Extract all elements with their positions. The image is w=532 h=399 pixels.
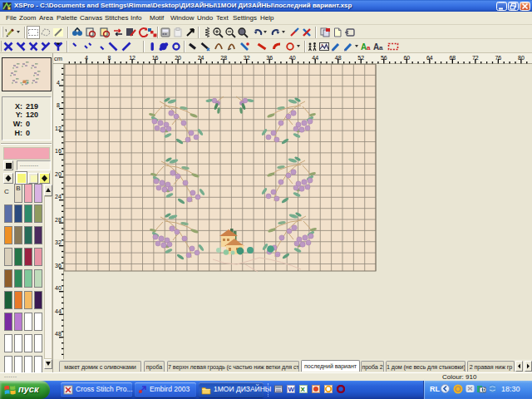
svg-text:12: 12 [129, 55, 135, 61]
svg-text:4: 4 [57, 80, 60, 86]
svg-text:a: a [367, 44, 371, 52]
svg-text:20: 20 [55, 171, 62, 177]
svg-text:X: X [301, 386, 306, 393]
svg-text:8: 8 [108, 55, 111, 61]
svg-text:8: 8 [57, 102, 60, 108]
svg-text:76: 76 [495, 55, 501, 61]
svg-text:44: 44 [312, 55, 318, 61]
svg-text:48: 48 [335, 55, 342, 61]
svg-text:60: 60 [403, 55, 410, 61]
svg-text:48: 48 [55, 331, 62, 337]
svg-text:80: 80 [518, 55, 525, 61]
svg-text:16: 16 [152, 55, 159, 61]
svg-text:b: b [483, 387, 486, 392]
svg-text:28: 28 [55, 217, 62, 223]
svg-text:32: 32 [244, 55, 250, 61]
svg-text:36: 36 [55, 263, 62, 268]
svg-text:20: 20 [175, 55, 181, 61]
svg-text:56: 56 [381, 55, 387, 61]
svg-text:24: 24 [55, 194, 62, 200]
svg-text:32: 32 [55, 239, 62, 245]
svg-text:cm: cm [54, 55, 62, 62]
svg-text:68: 68 [449, 55, 456, 61]
svg-text:44: 44 [55, 308, 62, 314]
svg-text:24: 24 [198, 55, 204, 61]
svg-text:72: 72 [472, 55, 479, 61]
svg-text:36: 36 [266, 55, 273, 61]
svg-text:W: W [288, 386, 295, 393]
svg-text:40: 40 [55, 285, 62, 291]
svg-text:64: 64 [426, 55, 433, 61]
svg-text:4: 4 [85, 55, 88, 61]
svg-text:52: 52 [357, 55, 364, 61]
svg-text:12: 12 [55, 126, 62, 131]
svg-text:16: 16 [55, 148, 62, 154]
svg-text:40: 40 [289, 55, 296, 61]
svg-text:a: a [379, 44, 383, 52]
svg-text:28: 28 [220, 55, 227, 61]
